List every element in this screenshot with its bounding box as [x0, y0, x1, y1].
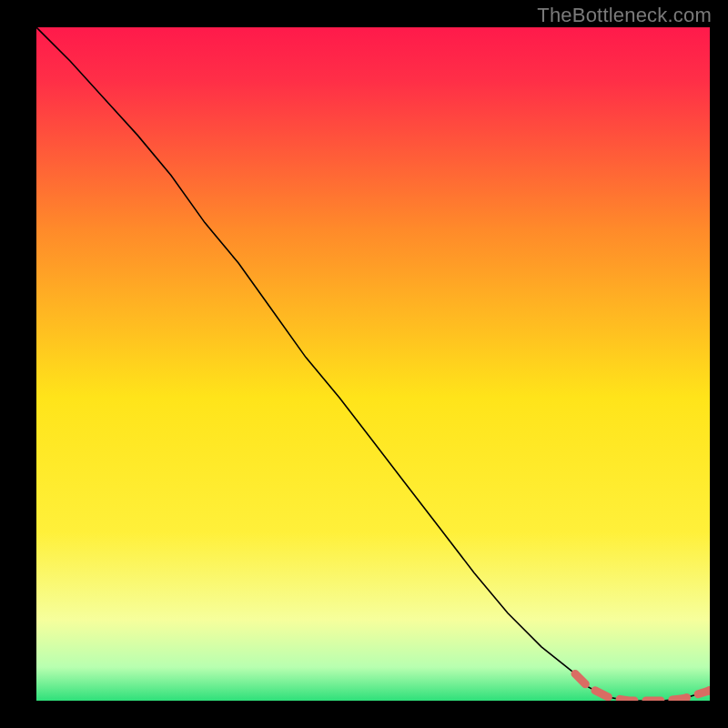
watermark-text: TheBottleneck.com — [537, 4, 712, 27]
chart-container: TheBottleneck.com — [0, 0, 728, 728]
plot-area — [36, 27, 710, 701]
chart-svg — [36, 27, 710, 701]
gradient-background — [36, 27, 710, 701]
